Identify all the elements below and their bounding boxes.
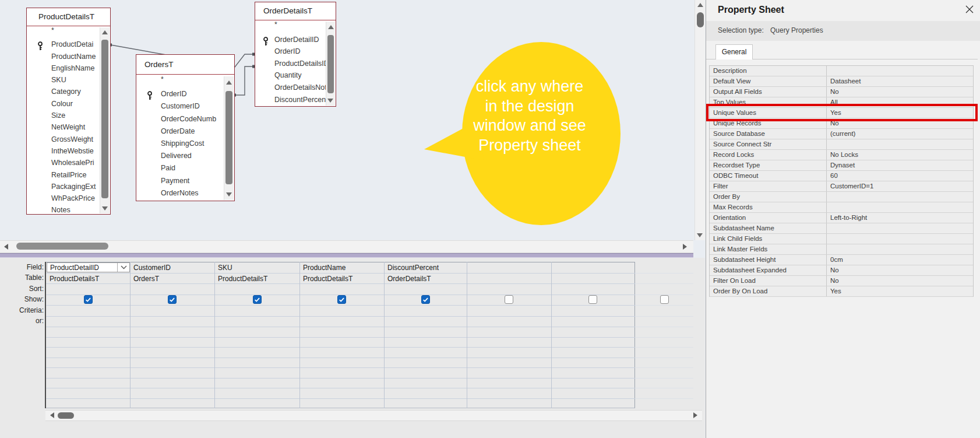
scrollbar-thumb[interactable]	[327, 35, 334, 93]
design-vscrollbar[interactable]	[695, 0, 705, 240]
field-item[interactable]: IntheWebstie	[27, 147, 110, 159]
field-item[interactable]: WholesalePri	[27, 159, 110, 170]
field-item[interactable]: OrderNotes	[136, 189, 234, 201]
table-cell[interactable]: ProductDetailsT	[50, 275, 128, 283]
field-item[interactable]: RetailPrice	[27, 171, 110, 183]
field-cell[interactable]: SKU	[218, 264, 296, 272]
pane-splitter[interactable]	[0, 253, 693, 258]
field-item[interactable]: EnglishName	[27, 64, 110, 76]
field-item[interactable]: SKU	[27, 76, 110, 87]
field-cell[interactable]: ProductName	[303, 264, 381, 272]
close-icon[interactable]	[965, 5, 974, 14]
field-item[interactable]: Delivered	[136, 152, 234, 164]
field-item[interactable]: Paid	[136, 164, 234, 176]
field-item[interactable]: Notes	[27, 206, 110, 214]
field-item[interactable]: OrderDetailID	[255, 36, 336, 48]
scrollbar-thumb[interactable]	[101, 40, 108, 198]
table-title[interactable]: ProductDetailsT	[27, 8, 110, 26]
field-cell[interactable]: CustomerID	[133, 264, 211, 272]
scroll-down-icon[interactable]	[697, 233, 703, 237]
property-value[interactable]: 60	[827, 171, 973, 181]
scroll-up-icon[interactable]	[328, 25, 334, 29]
property-value[interactable]	[827, 66, 973, 76]
property-value[interactable]: No	[827, 276, 973, 286]
field-item[interactable]: DiscountPercent	[255, 96, 336, 106]
show-checkbox[interactable]	[421, 295, 430, 304]
property-value[interactable]: No	[827, 118, 973, 128]
show-checkbox[interactable]	[588, 295, 597, 304]
property-value[interactable]: No	[827, 265, 973, 275]
show-checkbox[interactable]	[253, 295, 262, 304]
scrollbar-thumb[interactable]	[225, 91, 232, 184]
table-cell[interactable]: OrderDetailsT	[387, 275, 464, 283]
table-box-orderdetailst[interactable]: OrderDetailsT * OrderDetailID OrderID Pr…	[255, 2, 336, 107]
field-item[interactable]: OrderDate	[136, 127, 234, 139]
property-value[interactable]	[827, 244, 973, 254]
field-item[interactable]: Category	[27, 87, 110, 99]
field-item[interactable]: ShippingCost	[136, 139, 234, 152]
scroll-up-icon[interactable]	[226, 80, 232, 85]
field-item[interactable]: OrderID	[136, 90, 234, 102]
scroll-down-icon[interactable]	[226, 192, 232, 197]
field-item[interactable]: ProductName	[27, 52, 110, 64]
field-item[interactable]: *	[136, 75, 234, 90]
field-item[interactable]: ProductDetailsID	[255, 59, 336, 72]
table-scrollbar[interactable]	[224, 76, 234, 200]
scroll-left-icon[interactable]	[4, 244, 8, 250]
field-item[interactable]: CustomerID	[136, 102, 234, 114]
field-item[interactable]: Size	[27, 111, 110, 123]
show-checkbox[interactable]	[505, 295, 513, 304]
scroll-down-icon[interactable]	[327, 99, 333, 103]
table-scrollbar[interactable]	[100, 27, 110, 213]
field-item[interactable]: WhPackPrice	[27, 194, 110, 206]
field-item[interactable]: *	[27, 26, 110, 40]
field-item[interactable]: NetWeight	[27, 123, 110, 135]
field-item[interactable]: *	[255, 20, 336, 36]
field-item[interactable]: OrderDetailsNotes	[255, 83, 336, 96]
field-item[interactable]: OrderCodeNumb	[136, 115, 234, 127]
property-value[interactable]: No Locks	[827, 150, 973, 160]
table-box-orderst[interactable]: OrdersT * OrderID CustomerID OrderCodeNu…	[136, 54, 235, 201]
show-checkbox[interactable]	[84, 295, 93, 304]
property-value[interactable]	[827, 234, 973, 244]
scroll-right-icon[interactable]	[683, 244, 687, 250]
scroll-up-icon[interactable]	[102, 30, 108, 34]
property-value[interactable]: Datasheet	[827, 76, 973, 86]
property-value[interactable]: 0cm	[827, 255, 973, 265]
scroll-down-icon[interactable]	[102, 206, 108, 211]
field-dropdown-button[interactable]	[117, 263, 129, 272]
property-value[interactable]	[827, 202, 973, 212]
property-value[interactable]: Left-to-Right	[827, 213, 973, 223]
scroll-up-icon[interactable]	[697, 3, 703, 7]
table-title[interactable]: OrdersT	[136, 55, 234, 75]
hscrollbar-thumb[interactable]	[58, 412, 74, 419]
show-checkbox[interactable]	[337, 295, 346, 304]
property-value[interactable]	[827, 192, 973, 202]
design-hscrollbar[interactable]	[0, 240, 693, 253]
field-item[interactable]: OrderID	[255, 47, 336, 59]
field-item[interactable]: Payment	[136, 177, 234, 189]
property-value[interactable]	[827, 139, 973, 149]
scroll-left-icon[interactable]	[50, 412, 54, 418]
property-value[interactable]: CustomerID=1	[827, 181, 973, 191]
field-item[interactable]: PackagingExt	[27, 183, 110, 194]
property-value[interactable]: (current)	[827, 129, 973, 139]
property-value[interactable]: Yes	[827, 108, 973, 118]
field-item[interactable]: Colour	[27, 100, 110, 111]
scroll-right-icon[interactable]	[693, 412, 697, 418]
table-box-productdetailst[interactable]: ProductDetailsT * ProductDetai ProductNa…	[26, 8, 111, 215]
hscrollbar-thumb[interactable]	[16, 243, 108, 250]
table-cell[interactable]: OrdersT	[133, 275, 211, 283]
tab-general[interactable]: General	[715, 44, 753, 59]
vscrollbar-thumb[interactable]	[697, 12, 704, 27]
property-value[interactable]: Dynaset	[827, 160, 973, 170]
field-item[interactable]: Quantity	[255, 71, 336, 83]
property-value[interactable]: Yes	[827, 286, 973, 296]
property-value[interactable]: No	[827, 87, 973, 97]
table-cell[interactable]: ProductDetailsT	[303, 275, 381, 283]
property-value[interactable]: All	[827, 97, 973, 107]
grid-hscrollbar[interactable]	[45, 410, 702, 421]
field-item[interactable]: ProductDetai	[27, 40, 110, 52]
table-scrollbar[interactable]	[326, 22, 335, 106]
show-checkbox[interactable]	[660, 295, 669, 304]
